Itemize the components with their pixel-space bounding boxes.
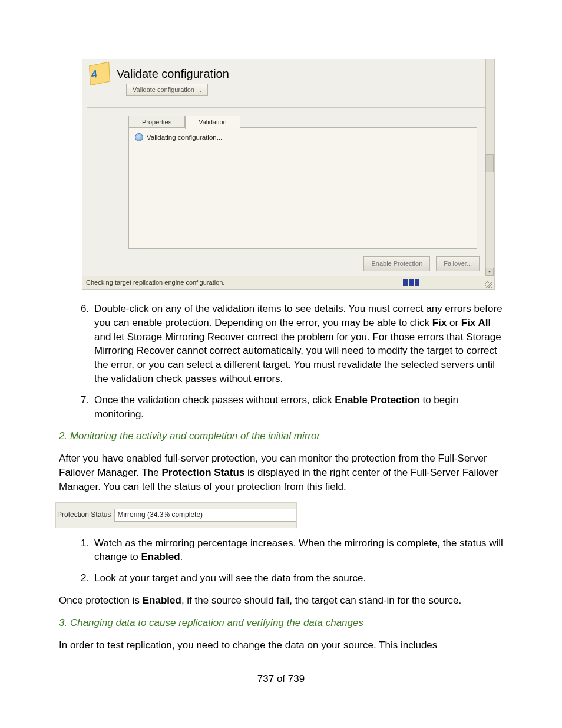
status-bar: Checking target replication engine confi…	[82, 276, 494, 289]
steps-list-1: Double-click on any of the validation it…	[59, 302, 503, 421]
section-heading-monitoring: 2. Monitoring the activity and completio…	[59, 429, 503, 443]
tab-validation[interactable]: Validation	[185, 116, 240, 129]
protection-status-field: Protection Status Mirroring (34.3% compl…	[55, 502, 297, 528]
paragraph-monitoring-intro: After you have enabled full-server prote…	[59, 452, 503, 493]
list-item: Look at your target and you will see the…	[92, 571, 503, 585]
button-row: Enable Protection Failover...	[363, 256, 480, 271]
step-icon: 4	[89, 62, 110, 85]
validation-panel: Validating configuration...	[128, 127, 477, 249]
separator	[87, 107, 489, 108]
validating-text: Validating configuration...	[147, 133, 222, 142]
paragraph-replication-intro: In order to test replication, you need t…	[59, 638, 503, 653]
scrollbar[interactable]: ▾	[485, 59, 494, 276]
validate-configuration-window: 4 Validate configuration Validate config…	[82, 59, 495, 290]
validate-configuration-button[interactable]: Validate configuration ...	[126, 84, 208, 96]
validating-row: Validating configuration...	[135, 133, 222, 142]
section-heading-changing-data: 3. Changing data to cause replication an…	[59, 616, 503, 630]
enable-protection-button[interactable]: Enable Protection	[363, 256, 430, 271]
scrollbar-down-button[interactable]: ▾	[485, 268, 494, 276]
paragraph-enabled: Once protection is Enabled, if the sourc…	[59, 594, 503, 608]
protection-status-value: Mirroring (34.3% complete)	[114, 509, 296, 522]
progress-indicator	[403, 279, 419, 286]
wizard-title: Validate configuration	[117, 65, 229, 82]
steps-list-2: Watch as the mirroring percentage increa…	[59, 536, 503, 585]
list-item: Double-click on any of the validation it…	[92, 302, 503, 386]
info-icon	[135, 133, 143, 141]
failover-button[interactable]: Failover...	[436, 256, 480, 271]
status-text: Checking target replication engine confi…	[86, 278, 224, 287]
list-item: Watch as the mirroring percentage increa…	[92, 536, 503, 565]
resize-grip-icon[interactable]	[485, 281, 492, 288]
list-item: Once the validation check passes without…	[92, 393, 503, 421]
page-number: 737 of 739	[59, 672, 503, 686]
protection-status-label: Protection Status	[56, 510, 114, 520]
scrollbar-thumb[interactable]	[485, 154, 494, 172]
